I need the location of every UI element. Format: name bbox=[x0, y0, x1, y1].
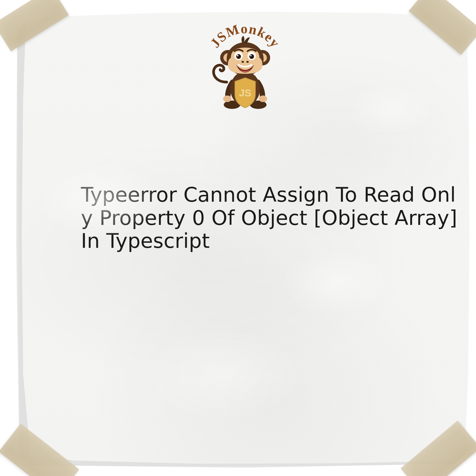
svg-point-14 bbox=[249, 54, 254, 59]
svg-point-18 bbox=[246, 61, 249, 63]
document-canvas: JSMonkey JS bbox=[0, 0, 476, 476]
svg-point-17 bbox=[242, 61, 244, 63]
svg-point-4 bbox=[259, 95, 267, 102]
svg-point-3 bbox=[223, 95, 231, 102]
svg-point-13 bbox=[236, 54, 241, 59]
brand-logo: JSMonkey JS bbox=[192, 20, 299, 109]
svg-point-16 bbox=[250, 55, 252, 57]
svg-point-15 bbox=[237, 55, 239, 57]
paper-sheet: JSMonkey JS bbox=[19, 9, 471, 466]
badge-text: JS bbox=[239, 87, 251, 98]
monkey-logo-icon: JSMonkey JS bbox=[198, 20, 293, 109]
article-title: Typeerror Cannot Assign To Read Only Pro… bbox=[81, 183, 458, 253]
